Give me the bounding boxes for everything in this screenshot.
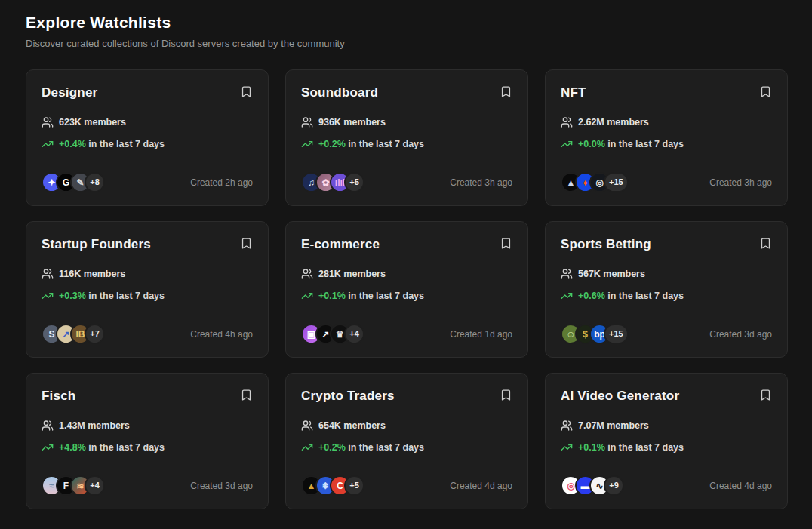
members-row: 623K members [42, 116, 253, 128]
watchlist-card[interactable]: AI Video Generator 7.07M members +0.1% i… [545, 373, 788, 509]
growth-period: in the last 7 days [605, 291, 684, 301]
page-title: Explore Watchlists [26, 14, 788, 32]
trend-row: +0.6% in the last 7 days [561, 290, 772, 302]
watchlist-card[interactable]: Soundboard 936K members +0.2% in the las… [285, 69, 528, 206]
avatar-stack: ♫✿ılıl+5 [301, 172, 364, 192]
growth-text: +0.1% in the last 7 days [318, 291, 424, 301]
growth-text: +4.8% in the last 7 days [59, 442, 165, 453]
members-row: 116K members [42, 268, 253, 280]
card-footer: ♫✿ılıl+5 Created 3h ago [301, 172, 512, 192]
growth-period: in the last 7 days [605, 139, 684, 149]
created-timestamp: Created 3d ago [709, 329, 772, 340]
growth-period: in the last 7 days [346, 442, 424, 453]
watchlist-title: Soundboard [301, 85, 378, 100]
bookmark-button[interactable] [500, 389, 512, 401]
more-servers-badge: +15 [604, 324, 629, 344]
card-header: E-commerce [301, 237, 512, 252]
bookmark-icon [759, 389, 772, 401]
avatar-stack: ≈F≋+4 [42, 475, 105, 496]
bookmark-button[interactable] [240, 85, 253, 98]
trend-up-icon [301, 138, 313, 150]
members-count: 623K members [59, 117, 126, 128]
bookmark-icon [240, 389, 253, 401]
members-icon [42, 268, 54, 280]
trend-row: +0.0% in the last 7 days [561, 138, 772, 150]
more-servers-badge: +5 [344, 475, 364, 496]
card-header: Fisch [42, 389, 253, 404]
members-icon [42, 116, 54, 128]
avatar-stack: ▲❄C+5 [301, 475, 364, 496]
avatar-stack: ◎▬∿+9 [561, 475, 624, 496]
avatar-stack: ▣↗♛+4 [301, 324, 364, 344]
bookmark-button[interactable] [240, 237, 253, 250]
trend-row: +0.2% in the last 7 days [301, 441, 512, 454]
created-timestamp: Created 4h ago [190, 329, 253, 340]
members-icon [561, 116, 573, 128]
bookmark-icon [500, 389, 512, 401]
growth-text: +0.4% in the last 7 days [59, 139, 165, 149]
watchlist-card[interactable]: Designer 623K members +0.4% in the last … [26, 69, 269, 206]
trend-up-icon [561, 138, 573, 150]
bookmark-icon [240, 237, 253, 250]
bookmark-button[interactable] [759, 85, 772, 98]
members-count: 654K members [318, 420, 386, 431]
more-servers-badge: +4 [85, 475, 105, 496]
watchlist-card[interactable]: NFT 2.62M members +0.0% in the last 7 da… [545, 69, 788, 206]
bookmark-button[interactable] [759, 237, 772, 250]
card-header: Crypto Traders [301, 389, 512, 404]
trend-up-icon [561, 441, 573, 454]
watchlist-card[interactable]: Crypto Traders 654K members +0.2% in the… [285, 373, 528, 509]
watchlist-card[interactable]: Sports Betting 567K members +0.6% in the… [545, 221, 788, 358]
growth-text: +0.0% in the last 7 days [578, 139, 684, 149]
bookmark-button[interactable] [240, 389, 253, 401]
members-icon [561, 420, 573, 432]
trend-row: +0.4% in the last 7 days [42, 138, 253, 150]
members-icon [301, 420, 313, 432]
growth-text: +0.2% in the last 7 days [318, 442, 424, 453]
more-servers-badge: +8 [85, 172, 105, 192]
created-timestamp: Created 3d ago [190, 481, 253, 491]
trend-row: +0.1% in the last 7 days [561, 441, 772, 454]
bookmark-icon [759, 237, 772, 250]
watchlist-card[interactable]: E-commerce 281K members +0.1% in the las… [285, 221, 528, 358]
more-servers-badge: +15 [604, 172, 629, 192]
avatar-stack: ▲♦◎+15 [561, 172, 629, 192]
card-footer: ▲♦◎+15 Created 3h ago [561, 172, 772, 192]
bookmark-icon [500, 85, 512, 98]
bookmark-button[interactable] [500, 237, 512, 250]
watchlist-card[interactable]: Startup Founders 116K members +0.3% in t… [26, 221, 269, 358]
watchlist-title: NFT [561, 85, 586, 100]
members-row: 654K members [301, 420, 512, 432]
members-count: 936K members [318, 117, 386, 128]
members-icon [42, 420, 54, 432]
card-header: NFT [561, 85, 772, 100]
card-footer: ✦G✎+8 Created 2h ago [42, 172, 253, 192]
members-icon [301, 116, 313, 128]
created-timestamp: Created 4d ago [450, 481, 512, 491]
members-count: 1.43M members [59, 420, 130, 431]
members-row: 7.07M members [561, 420, 772, 432]
growth-percent: +0.1% [318, 291, 346, 301]
watchlist-card[interactable]: Fisch 1.43M members +4.8% in the last 7 … [26, 373, 269, 509]
watchlist-title: E-commerce [301, 237, 380, 252]
bookmark-button[interactable] [759, 389, 772, 401]
growth-period: in the last 7 days [86, 442, 165, 453]
trend-up-icon [42, 441, 54, 454]
bookmark-icon [240, 85, 253, 98]
bookmark-icon [500, 237, 512, 250]
growth-period: in the last 7 days [346, 291, 424, 301]
more-servers-badge: +5 [344, 172, 364, 192]
watchlist-title: Fisch [42, 389, 75, 404]
growth-percent: +0.6% [578, 291, 605, 301]
avatar-stack: ✦G✎+8 [42, 172, 105, 192]
card-header: Designer [42, 85, 253, 100]
bookmark-button[interactable] [500, 85, 512, 98]
card-header: AI Video Generator [561, 389, 772, 404]
created-timestamp: Created 2h ago [190, 177, 253, 188]
created-timestamp: Created 3h ago [450, 177, 512, 188]
members-count: 2.62M members [578, 117, 649, 128]
created-timestamp: Created 1d ago [450, 329, 512, 340]
members-count: 7.07M members [578, 420, 649, 431]
card-footer: ≈F≋+4 Created 3d ago [42, 475, 253, 496]
members-row: 567K members [561, 268, 772, 280]
